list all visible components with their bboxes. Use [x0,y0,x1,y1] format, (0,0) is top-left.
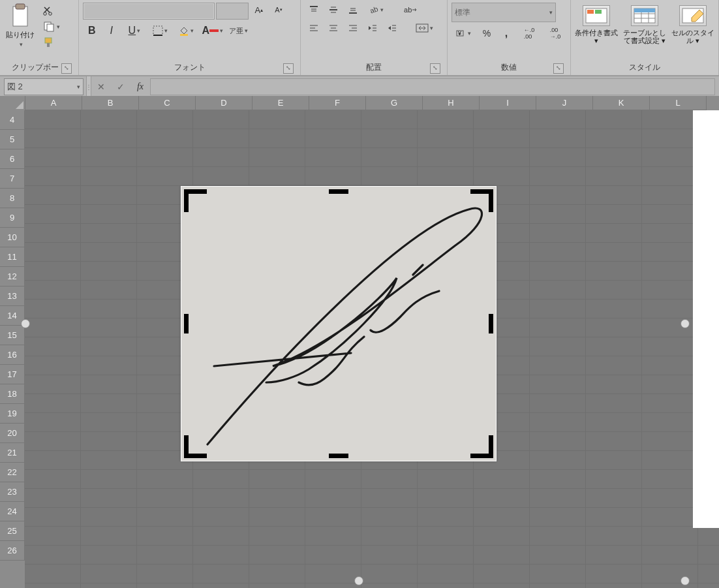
bold-button[interactable]: B [83,23,101,38]
accounting-format-button[interactable]: ¥▾ [451,26,476,40]
crop-handle-tl[interactable] [184,189,207,212]
row-header[interactable]: 26 [0,541,25,561]
cancel-button[interactable]: ✕ [91,79,111,95]
row-header[interactable]: 25 [0,521,25,541]
dialog-launcher-icon[interactable]: ⤡ [430,63,440,74]
row-header[interactable]: 7 [0,169,25,189]
svg-rect-10 [180,34,188,36]
row-header[interactable]: 24 [0,502,25,521]
increase-decimal-button[interactable]: ←.0.00 [517,26,542,40]
group-styles: 条件付き書式 ▾ テーブルとして書式設定 ▾ セルのスタイル ▾ スタイル [571,0,719,75]
align-top-button[interactable] [305,3,323,17]
row-header[interactable]: 4 [0,110,25,130]
paste-button[interactable]: 貼り付け ▾ [4,3,37,54]
format-as-table-button[interactable]: テーブルとして書式設定 ▾ [623,5,666,44]
row-header[interactable]: 9 [0,208,25,228]
embedded-picture[interactable] [181,187,496,461]
selection-handle[interactable] [21,319,30,328]
font-name-combo[interactable] [83,3,215,20]
selection-handle[interactable] [681,576,690,585]
row-header[interactable]: 19 [0,404,25,424]
row-header[interactable]: 5 [0,130,25,149]
crop-handle-bl[interactable] [184,435,207,458]
row-header[interactable]: 6 [0,149,25,169]
column-header[interactable]: C [139,96,196,110]
column-header[interactable]: D [196,96,252,110]
row-header[interactable]: 17 [0,365,25,384]
underline-button[interactable]: U▾ [122,23,147,38]
cells-area[interactable] [25,110,719,588]
comma-button[interactable]: , [497,26,515,40]
copy-button[interactable]: ▾ [39,20,64,34]
select-all-corner[interactable] [0,96,25,111]
crop-handle-l[interactable] [184,314,189,333]
crop-handle-br[interactable] [470,435,493,458]
selection-handle[interactable] [681,319,690,328]
row-header[interactable]: 12 [0,267,25,286]
row-header[interactable]: 10 [0,228,25,247]
insert-function-button[interactable]: fx [130,79,150,95]
italic-button[interactable]: I [102,23,121,38]
group-number-label: 数値 [501,63,517,72]
dialog-launcher-icon[interactable]: ⤡ [553,63,564,74]
column-header[interactable]: G [366,96,423,110]
font-color-button[interactable]: A▾ [200,23,225,38]
wrap-text-button[interactable]: ab [399,3,423,17]
row-header[interactable]: 18 [0,384,25,404]
align-bottom-button[interactable] [344,3,362,17]
column-header[interactable]: L [650,96,707,110]
decrease-indent-button[interactable] [363,21,382,35]
crop-handle-tr[interactable] [470,189,493,212]
clipboard-icon [9,3,31,29]
row-header[interactable]: 22 [0,463,25,482]
crop-handle-b[interactable] [329,454,348,458]
row-header[interactable]: 23 [0,482,25,502]
number-format-combo[interactable]: 標準▾ [451,3,556,22]
crop-handle-r[interactable] [489,314,493,333]
crop-handle-t[interactable] [329,189,348,194]
row-header[interactable]: 20 [0,424,25,443]
column-header[interactable]: K [593,96,650,110]
orientation-button[interactable]: ab▾ [363,3,388,17]
row-header[interactable]: 11 [0,247,25,267]
cell-styles-button[interactable]: セルのスタイル ▾ [671,5,714,44]
row-header[interactable]: 16 [0,345,25,365]
dialog-launcher-icon[interactable]: ⤡ [61,63,72,74]
percent-button[interactable]: % [478,26,496,40]
merge-center-button[interactable]: ▾ [412,21,436,35]
column-header[interactable]: H [423,96,480,110]
align-center-button[interactable] [324,21,343,35]
dialog-launcher-icon[interactable]: ⤡ [283,63,294,74]
name-box[interactable]: 図 2▾ [4,78,84,95]
row-header[interactable]: 13 [0,286,25,306]
column-header[interactable]: J [536,96,593,110]
align-right-button[interactable] [344,21,362,35]
row-header[interactable]: 21 [0,443,25,463]
column-header[interactable]: A [25,96,82,110]
ruby-button[interactable]: ア亜▾ [226,23,251,38]
formula-input[interactable] [150,78,715,95]
row-header[interactable]: 15 [0,326,25,345]
selection-handle[interactable] [354,576,363,585]
separator[interactable]: ⋮ [86,76,91,97]
align-middle-button[interactable] [324,3,343,17]
conditional-format-button[interactable]: 条件付き書式 ▾ [575,5,618,44]
column-header[interactable]: E [252,96,309,110]
increase-font-button[interactable]: A▴ [250,3,268,17]
fill-color-button[interactable]: ▾ [174,23,199,38]
increase-indent-button[interactable] [383,21,401,35]
row-header[interactable]: 8 [0,189,25,208]
align-left-button[interactable] [305,21,323,35]
format-painter-button[interactable] [39,35,57,50]
decrease-font-button[interactable]: A▾ [269,3,288,17]
border-button[interactable]: ▾ [148,23,173,38]
svg-rect-5 [47,24,54,31]
font-size-combo[interactable] [216,3,249,20]
column-header[interactable]: F [309,96,366,110]
column-header[interactable]: I [480,96,536,110]
enter-button[interactable]: ✓ [111,79,130,95]
cut-button[interactable] [39,4,57,18]
decrease-decimal-button[interactable]: .00→.0 [543,26,568,40]
column-header[interactable]: B [82,96,139,110]
svg-rect-42 [595,10,602,14]
